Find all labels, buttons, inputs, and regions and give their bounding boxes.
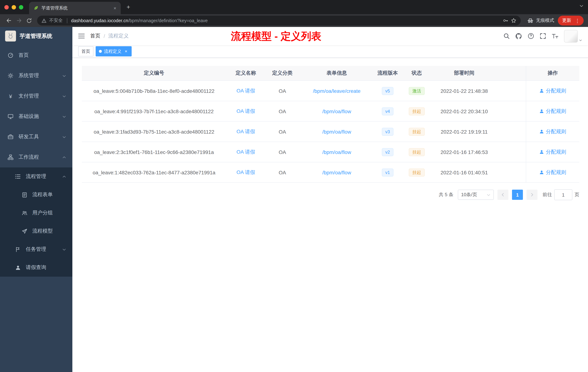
sidebar-item-payment[interactable]: ¥ 支付管理 — [0, 86, 72, 106]
search-icon[interactable] — [503, 33, 510, 39]
sidebar-item-user-group[interactable]: 用户分组 — [0, 204, 72, 222]
column-header: 操作 — [526, 66, 579, 80]
fullscreen-icon[interactable] — [540, 33, 546, 39]
assign-rule-button[interactable]: 分配规则 — [539, 169, 566, 176]
hamburger-icon[interactable] — [78, 33, 85, 39]
column-header: 表单信息 — [299, 66, 374, 80]
form-link[interactable]: /bpm/oa/flow — [322, 129, 351, 134]
sidebar-item-process-form[interactable]: 流程表单 — [0, 186, 72, 204]
tag-label: 首页 — [82, 48, 90, 55]
assign-rule-button[interactable]: 分配规则 — [539, 108, 566, 114]
font-size-icon[interactable] — [552, 33, 558, 39]
sidebar-item-task-mgmt[interactable]: 任务管理 — [0, 240, 72, 258]
close-window-button[interactable] — [4, 5, 9, 9]
tab-search-chevron-icon[interactable] — [579, 4, 584, 8]
sidebar-item-label: 工作流程 — [19, 154, 39, 161]
assign-rule-button[interactable]: 分配规则 — [539, 128, 566, 135]
user-icon — [539, 150, 544, 154]
maximize-window-button[interactable] — [19, 5, 23, 9]
more-vert-icon[interactable]: ⋮ — [573, 18, 581, 23]
key-icon[interactable] — [503, 18, 508, 23]
sidebar-item-label: 支付管理 — [19, 93, 39, 99]
sidebar-item-home[interactable]: 首页 — [0, 45, 72, 66]
form-link[interactable]: /bpm/oa/leave/create — [313, 88, 361, 94]
active-dot — [99, 50, 102, 53]
definition-id: oa_leave:5:004b710b-7b8a-11ec-8ef0-acde4… — [82, 81, 226, 101]
definition-name-link[interactable]: OA 请假 — [237, 128, 255, 135]
deploy-time: 2022-01-16 17:46:53 — [432, 142, 496, 162]
sidebar-item-infra[interactable]: 基础设施 — [0, 106, 72, 127]
sidebar-item-process-mgmt[interactable]: 流程管理 — [0, 167, 72, 186]
close-tab-icon[interactable]: × — [112, 5, 118, 11]
sidebar-item-system[interactable]: 系统管理 — [0, 66, 72, 86]
table-row: oa_leave:3:1fad3d93-7b75-11ec-a3c8-acde4… — [82, 121, 579, 142]
user-avatar[interactable] — [564, 30, 582, 42]
sidebar-item-workflow[interactable]: 工作流程 — [0, 147, 72, 167]
user-icon — [539, 88, 544, 93]
version-tag: v3 — [382, 128, 393, 136]
sidebar-header[interactable]: 芋道管理系统 — [0, 27, 72, 45]
next-page-button[interactable] — [526, 190, 537, 200]
goto-page-input[interactable] — [554, 189, 572, 200]
sidebar-item-label: 任务管理 — [26, 246, 46, 253]
page-content: 定义编号 定义名称 定义分类 表单信息 流程版本 状态 部署时间 操作 oa_l… — [72, 58, 588, 372]
security-label[interactable]: 不安全 — [49, 17, 63, 24]
deploy-time: 2022-01-22 19:19:11 — [432, 121, 496, 142]
group-icon — [21, 210, 28, 216]
definition-name-link[interactable]: OA 请假 — [237, 108, 255, 114]
sidebar-item-leave-query[interactable]: 请假查询 — [0, 258, 72, 277]
column-header: 流程版本 — [374, 66, 401, 80]
assign-rule-button[interactable]: 分配规则 — [539, 88, 566, 94]
prev-page-button[interactable] — [497, 190, 508, 200]
reload-button[interactable] — [24, 15, 34, 26]
minimize-window-button[interactable] — [12, 5, 16, 9]
table-row: oa_leave:1:482ec033-762a-11ec-8477-a2380… — [82, 162, 579, 183]
definition-name-link[interactable]: OA 请假 — [237, 149, 255, 155]
back-button[interactable] — [4, 15, 14, 26]
monitor-icon — [7, 114, 14, 119]
form-link[interactable]: /bpm/oa/flow — [322, 169, 351, 175]
question-icon[interactable] — [528, 33, 534, 39]
sidebar-item-label: 用户分组 — [32, 210, 53, 216]
deploy-time: 2022-01-22 20:34:10 — [432, 101, 496, 121]
breadcrumb-current: 流程定义 — [108, 33, 129, 39]
annotation-overlay-text: 流程模型 - 定义列表 — [231, 27, 321, 46]
tab-title: 芋道管理系统 — [42, 5, 109, 11]
top-navbar: 首页 / 流程定义 流程模型 - 定义列表 — [72, 27, 588, 45]
chevron-down-icon — [62, 135, 66, 139]
page-size-select[interactable]: 10条/页 — [458, 190, 494, 200]
sidebar-item-devtools[interactable]: 研发工具 — [0, 127, 72, 147]
column-header-spacer — [496, 66, 526, 80]
chevron-up-icon — [62, 155, 66, 159]
url-text[interactable]: dashboard.yudao.iocoder.cn/bpm/manager/d… — [71, 18, 500, 23]
gear-icon — [7, 73, 14, 79]
definition-id: oa_leave:4:991f2193-7b7f-11ec-a3c8-acde4… — [82, 101, 226, 121]
sidebar-item-process-model[interactable]: 流程模型 — [0, 222, 72, 240]
user-icon — [539, 129, 544, 134]
sidebar-item-label: 流程管理 — [26, 173, 46, 180]
address-bar[interactable]: 不安全 dashboard.yudao.iocoder.cn/bpm/manag… — [37, 16, 521, 25]
tag-home[interactable]: 首页 — [78, 46, 94, 56]
tag-process-definition[interactable]: 流程定义 × — [96, 46, 132, 56]
page-number-button[interactable]: 1 — [512, 190, 523, 200]
sidebar-item-label: 系统管理 — [19, 72, 39, 79]
new-tab-button[interactable]: + — [124, 2, 133, 12]
goto-unit: 页 — [575, 191, 579, 198]
chevron-down-icon — [62, 247, 66, 251]
definition-name-link[interactable]: OA 请假 — [237, 169, 255, 176]
close-icon[interactable]: × — [124, 49, 128, 54]
chevron-down-icon — [487, 193, 491, 197]
sidebar-item-label: 流程表单 — [32, 191, 53, 198]
definition-name-link[interactable]: OA 请假 — [237, 88, 255, 94]
sitemap-icon — [7, 154, 14, 160]
chrome-update-button[interactable]: 更新 ⋮ — [558, 16, 584, 25]
form-link[interactable]: /bpm/oa/flow — [322, 149, 351, 155]
github-icon[interactable] — [515, 33, 522, 40]
forward-button[interactable] — [14, 15, 24, 26]
goto-label: 前往 — [543, 191, 552, 198]
bookmark-star-icon[interactable] — [511, 18, 516, 23]
browser-tab[interactable]: 芋道管理系统 × — [29, 2, 121, 14]
form-link[interactable]: /bpm/oa/flow — [322, 108, 351, 114]
assign-rule-button[interactable]: 分配规则 — [539, 149, 566, 155]
breadcrumb-home[interactable]: 首页 — [90, 33, 100, 39]
